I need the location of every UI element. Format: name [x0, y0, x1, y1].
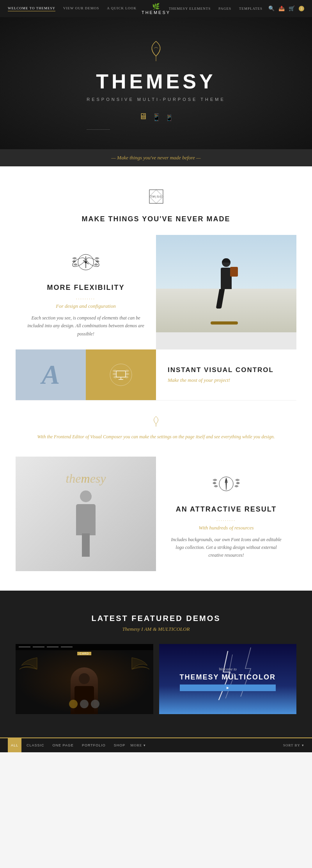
chevron-down-icon: ▾	[144, 743, 146, 747]
nav-icon-group: 🔍 📤 🛒 3	[268, 5, 304, 12]
features-grid: MORE FLEXIBILITY ......... For design an…	[16, 235, 296, 349]
nav-right-links: THEMESY ELEMENTS PAGES TEMPLATES	[169, 7, 262, 11]
svg-rect-11	[116, 371, 126, 377]
diamond-icon-wrapper: T.M | S.G	[16, 186, 296, 207]
gold-monitor-block	[86, 349, 156, 400]
logo-leaf-icon: 🌿	[152, 3, 160, 10]
multicolor-welcome: Welcome to	[180, 667, 276, 671]
nav-filter-shop[interactable]: SHOP	[111, 738, 129, 752]
nav-filter-more[interactable]: More ▾	[130, 738, 146, 752]
nav-link-elements[interactable]: THEMESY ELEMENTS	[169, 7, 211, 11]
skateboarder-photo	[156, 235, 296, 332]
result-text: AN ATTRACTIVE RESULT ......... With hund…	[156, 457, 296, 571]
hero-section: THEMESY RESPONSIVE MULTI-PURPOSE THEME 🖥…	[0, 17, 312, 149]
feature-photo-block	[156, 235, 296, 349]
demo-cards-grid: CARD	[16, 644, 296, 714]
nav-filter-onepage[interactable]: ONE PAGE	[50, 738, 77, 752]
sort-chevron-icon: ▾	[302, 743, 304, 747]
result-dots: .........	[216, 517, 236, 522]
visual-control-text: INSTANT VISUAL CONTROL Make the most of …	[156, 349, 296, 400]
site-logo[interactable]: 🌿 THEMESY	[142, 3, 170, 15]
editor-section: With the Frontend Editor of Visual Compo…	[16, 400, 296, 456]
nav-filter-classic[interactable]: CLASSIC	[23, 738, 48, 752]
diamond-icon: T.M | S.G	[145, 186, 167, 207]
top-navigation: WELCOME TO THEMESY VIEW OUR DEMOS A QUIC…	[0, 0, 312, 17]
demo-card-multicolor[interactable]: MULTICOLOR	[159, 644, 297, 714]
tagline-bar: — Make things you've never made before —	[0, 149, 312, 166]
hero-devices: 🖥 📱 📱	[87, 111, 225, 122]
hero-divider	[87, 129, 225, 130]
nav-link-welcome[interactable]: WELCOME TO THEMESY	[8, 6, 55, 11]
gothic-wings-right	[130, 654, 151, 675]
share-icon[interactable]: 📤	[278, 5, 285, 12]
gothic-wings-left	[18, 654, 39, 675]
logo-text: THEMESY	[142, 10, 170, 15]
sort-by-label: Sort by	[283, 743, 300, 747]
demos-title: LATEST FEATURED DEMOS	[16, 614, 296, 623]
nav-link-quicklook[interactable]: A QUICK LOOK	[107, 6, 136, 11]
nav-filter-portfolio[interactable]: PORTFOLIO	[79, 738, 109, 752]
demos-subtitle: Themesy I AM & MULTICOLOR	[16, 626, 296, 632]
visual-control-images: A	[16, 349, 156, 400]
cart-icon[interactable]: 🛒	[289, 5, 295, 12]
desktop-icon: 🖥	[139, 111, 147, 122]
result-subtitle: With hundreds of resources	[199, 525, 254, 531]
nav-filter-all[interactable]: ALL	[8, 738, 21, 752]
result-section: themesy	[16, 457, 296, 571]
visual-control-title: INSTANT VISUAL CONTROL	[168, 366, 285, 374]
letter-a-block: A	[16, 349, 86, 400]
hero-subtitle: RESPONSIVE MULTI-PURPOSE THEME	[87, 97, 225, 102]
tablet-icon: 📱	[152, 113, 161, 122]
sort-by-dropdown[interactable]: Sort by ▾	[283, 743, 304, 747]
svg-text:T.M | S.G: T.M | S.G	[150, 195, 161, 198]
gothic-mini-nav	[16, 644, 153, 650]
nav-link-pages[interactable]: PAGES	[218, 7, 231, 11]
gothic-card-badge: CARD	[77, 652, 91, 655]
nav-left-links: WELCOME TO THEMESY VIEW OUR DEMOS A QUIC…	[8, 6, 136, 11]
multicolor-cta-button[interactable]: ▶	[180, 685, 276, 691]
flexibility-dots: .........	[76, 296, 96, 300]
nav-link-demos[interactable]: VIEW OUR DEMOS	[63, 6, 99, 11]
editor-leaf-icon	[31, 416, 281, 429]
hero-title: THEMESY	[87, 70, 225, 93]
svg-point-10	[110, 364, 132, 386]
result-title: AN ATTRACTIVE RESULT	[176, 505, 277, 513]
bottom-nav-items: ALL CLASSIC ONE PAGE PORTFOLIO SHOP More…	[8, 738, 283, 752]
demos-section: LATEST FEATURED DEMOS Themesy I AM & MUL…	[0, 591, 312, 737]
nav-link-templates[interactable]: TEMPLATES	[239, 7, 262, 11]
demo-card-gothic[interactable]: CARD	[16, 644, 153, 714]
bottom-features-row: A INSTANT VISUAL CONTROL Make	[16, 349, 296, 400]
cart-badge: 3	[299, 6, 304, 11]
flexibility-title: MORE FLEXIBILITY	[47, 284, 124, 292]
visual-control-subtitle: Make the most of your project!	[168, 377, 285, 383]
more-label: More	[130, 743, 142, 747]
search-icon[interactable]: 🔍	[268, 5, 275, 12]
bottom-navigation: ALL CLASSIC ONE PAGE PORTFOLIO SHOP More…	[0, 737, 312, 752]
flexibility-desc: Each section you see, is composed of ele…	[27, 314, 144, 338]
multicolor-title: THEMESY MULTICOLOR	[180, 673, 276, 681]
wreath-pen-icon	[211, 468, 242, 499]
mobile-icon: 📱	[165, 114, 173, 122]
make-things-section: T.M | S.G MAKE THINGS YOU'VE NEVER MADE	[0, 166, 312, 591]
make-things-heading: MAKE THINGS YOU'VE NEVER MADE	[16, 215, 296, 223]
result-fashion-photo: themesy	[16, 457, 156, 571]
result-desc: Includes backgrounds, our own Font Icons…	[168, 536, 285, 559]
hero-leaf-icon	[87, 41, 225, 66]
wreath-compass-icon	[70, 247, 101, 278]
svg-point-9	[85, 261, 87, 263]
editor-description: With the Frontend Editor of Visual Compo…	[31, 433, 281, 441]
tagline-text: — Make things you've never made before —	[111, 155, 200, 161]
flexibility-subtitle: For design and configuration	[56, 303, 115, 309]
feature-flexibility: MORE FLEXIBILITY ......... For design an…	[16, 235, 156, 349]
multicolor-content: Welcome to THEMESY MULTICOLOR ▶	[180, 667, 276, 691]
